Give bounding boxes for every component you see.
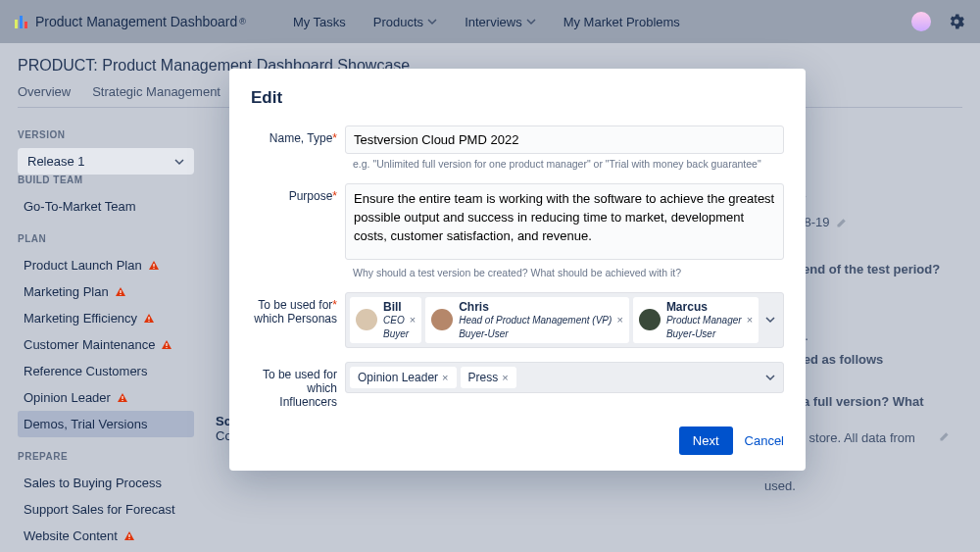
modal-footer: Next Cancel [251, 427, 784, 455]
chip-remove-icon[interactable]: × [442, 372, 448, 383]
chevron-down-icon [765, 373, 775, 382]
personas-label: To be used for* which Personas [251, 292, 345, 348]
name-hint: e.g. "Unlimited full version for one pro… [353, 158, 784, 170]
influencer-chip[interactable]: Opinion Leader× [350, 367, 457, 388]
purpose-label: Purpose* [251, 183, 345, 263]
modal-overlay: Edit Name, Type* e.g. "Unlimited full ve… [0, 0, 980, 552]
avatar [431, 309, 453, 330]
influencer-chip[interactable]: Press× [461, 367, 516, 388]
influencers-field[interactable]: Opinion Leader×Press× [345, 362, 784, 393]
modal-title: Edit [251, 88, 784, 108]
influencers-label: To be used for which Influencers [251, 362, 345, 409]
personas-field[interactable]: BillCEO ×BuyerChrisHead of Product Manag… [345, 292, 784, 348]
persona-chip[interactable]: MarcusProduct Manager ×Buyer-User [633, 297, 759, 343]
avatar [356, 309, 377, 330]
avatar [639, 309, 661, 330]
name-input[interactable] [345, 125, 784, 154]
chip-remove-icon[interactable]: × [410, 314, 416, 326]
persona-chip[interactable]: BillCEO ×Buyer [350, 297, 421, 343]
next-button[interactable]: Next [679, 427, 733, 455]
chip-remove-icon[interactable]: × [616, 314, 622, 326]
edit-modal: Edit Name, Type* e.g. "Unlimited full ve… [229, 69, 806, 471]
chip-remove-icon[interactable]: × [747, 314, 753, 326]
chevron-down-icon [765, 315, 775, 325]
purpose-hint: Why should a test version be created? Wh… [353, 267, 784, 278]
purpose-textarea[interactable] [345, 183, 784, 260]
name-label: Name, Type* [251, 125, 345, 154]
cancel-button[interactable]: Cancel [745, 427, 784, 455]
chip-remove-icon[interactable]: × [502, 372, 508, 383]
persona-chip[interactable]: ChrisHead of Product Management (VP) ×Bu… [425, 297, 629, 343]
